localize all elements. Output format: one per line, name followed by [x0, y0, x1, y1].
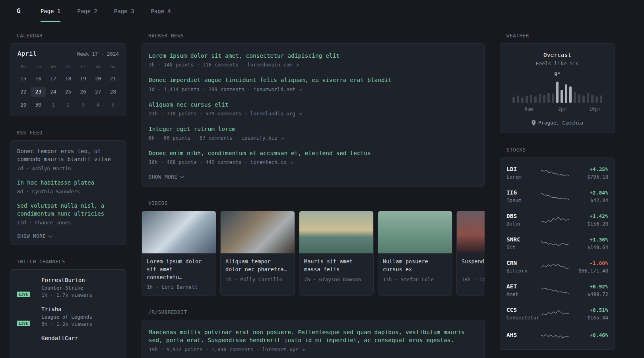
stock-sparkline	[541, 238, 570, 249]
chevron-down-icon	[180, 175, 184, 179]
video-thumbnail	[299, 211, 373, 253]
stock-name: Lorem	[506, 174, 537, 180]
calendar-weekday: Fr	[76, 63, 91, 71]
subreddit-post-title: Maecenas mollis pulvinar erat non posuer…	[149, 328, 477, 344]
weather-bar	[569, 86, 572, 103]
weather-bar	[565, 84, 567, 103]
hn-item[interactable]: Aliquam nec cursus elit 21h · 710 points…	[149, 101, 477, 117]
rss-item[interactable]: In hac habitasse platea 8d · Cynthia Sau…	[17, 179, 119, 195]
twitch-channel[interactable]: KendallCarr	[17, 335, 119, 353]
calendar-day[interactable]: 23	[31, 87, 46, 97]
video-card[interactable]: Lorem ipsum dolor sit amet consectetu… 1…	[142, 211, 216, 296]
twitch-card: LIVE ForrestBurton Counter-Strike 1h · 1…	[10, 269, 126, 358]
stock-price: $165.84	[574, 315, 608, 321]
stock-row[interactable]: LDI Lorem +4.35% $795.18	[506, 161, 608, 185]
stock-row[interactable]: CRN Bitcorn -1.00% $66,171.48	[506, 255, 608, 278]
weather-bar	[552, 93, 554, 103]
hn-item[interactable]: Donec enim nibh, condimentum et accumsan…	[149, 149, 477, 165]
rss-section-title: RSS FEED	[17, 130, 126, 136]
weather-section-title: WEATHER	[506, 33, 615, 39]
calendar-day[interactable]: 15	[16, 74, 31, 84]
stock-row[interactable]: DBS Dolor +1.42% $156.28	[506, 208, 608, 232]
calendar-card: April Week 17 · 2024 MoTuWeThFrSaSu15161…	[10, 43, 126, 116]
calendar-day[interactable]: 30	[31, 100, 46, 110]
video-thumbnail	[378, 211, 452, 253]
rss-item[interactable]: Sed volutpat nulla nisl, a condimentum n…	[17, 202, 119, 226]
stock-ticker: CRN	[506, 260, 537, 266]
avatar-wrap	[17, 335, 35, 353]
tab-page-4[interactable]: Page 4	[151, 0, 171, 22]
stock-row[interactable]: SNRC Sit +1.36% $148.64	[506, 232, 608, 255]
tab-page-3[interactable]: Page 3	[114, 0, 134, 22]
video-meta: 18h · Tara	[462, 276, 485, 282]
calendar-day[interactable]: 5	[105, 100, 120, 110]
stock-sparkline	[541, 261, 570, 272]
external-link-icon: ↗	[299, 87, 302, 92]
calendar-day[interactable]: 3	[76, 100, 91, 110]
video-card[interactable]: Mauris sit amet massa felis 7h · Grayson…	[299, 211, 374, 296]
video-card[interactable]: Nullam posuere cursus ex 17h · Stefan Co…	[378, 211, 452, 296]
calendar-day[interactable]: 24	[46, 87, 61, 97]
hn-item[interactable]: Lorem ipsum dolor sit amet, consectetur …	[149, 52, 477, 68]
calendar-day[interactable]: 20	[91, 74, 106, 84]
calendar-day[interactable]: 27	[91, 87, 106, 97]
tab-page-1[interactable]: Page 1	[41, 0, 61, 22]
calendar-day[interactable]: 16	[31, 74, 46, 84]
top-nav: G Page 1 Page 2 Page 3 Page 4	[0, 0, 644, 22]
stock-row[interactable]: CCS Consectetur +0.51% $165.84	[506, 302, 608, 325]
hn-show-more-label: SHOW MORE	[149, 174, 177, 180]
rss-item[interactable]: Donec tempor eros leo, ut commodo mauris…	[17, 147, 119, 171]
subreddit-post[interactable]: Maecenas mollis pulvinar erat non posuer…	[149, 328, 477, 352]
video-card[interactable]: Aliquam tempor dolor nec pharetra… 1h · …	[220, 211, 295, 296]
stock-row[interactable]: IIG Ipsum +2.84% $42.04	[506, 185, 608, 208]
external-link-icon: ↗	[290, 160, 293, 165]
calendar-weekday: Su	[105, 63, 120, 71]
calendar-day[interactable]: 18	[61, 74, 76, 84]
calendar-day[interactable]: 25	[61, 87, 76, 97]
twitch-widget: TWITCH CHANNELS LIVE ForrestBurton Count…	[10, 259, 126, 358]
chevron-down-icon	[48, 234, 52, 238]
stock-price: $156.28	[574, 221, 608, 227]
calendar-grid: MoTuWeThFrSaSu15161718192021222324252627…	[16, 63, 120, 110]
weather-bar	[547, 93, 550, 103]
external-link-icon: ↗	[296, 62, 299, 68]
weather-bar	[556, 82, 559, 103]
stock-price: $148.64	[574, 244, 608, 250]
stock-change: +1.36%	[574, 237, 608, 243]
weather-bar	[543, 95, 545, 103]
weather-bar	[539, 94, 541, 103]
calendar-day[interactable]: 29	[16, 100, 31, 110]
calendar-day[interactable]: 22	[16, 87, 31, 97]
weather-bar	[521, 97, 524, 103]
subreddit-widget: /R/SUBREDDIT Maecenas mollis pulvinar er…	[142, 309, 485, 358]
calendar-day[interactable]: 1	[46, 100, 61, 110]
hn-item-meta: 3h · 148 points · 116 comments · loremdo…	[149, 62, 477, 68]
calendar-day[interactable]: 4	[91, 100, 106, 110]
calendar-day[interactable]: 2	[61, 100, 76, 110]
calendar-day[interactable]: 21	[105, 74, 120, 84]
weather-axis-label: 2pm	[558, 106, 566, 112]
weather-bar	[526, 96, 528, 103]
app-logo[interactable]: G	[17, 0, 21, 22]
weather-bar	[582, 95, 585, 103]
video-card[interactable]: Suspendisse diam 18h · Tara	[456, 211, 485, 296]
rss-show-more-button[interactable]: SHOW MORE	[17, 233, 51, 239]
rss-item-title: In hac habitasse platea	[17, 179, 119, 187]
hn-show-more-button[interactable]: SHOW MORE	[149, 174, 183, 180]
hackernews-card: Lorem ipsum dolor sit amet, consectetur …	[142, 43, 485, 187]
stock-row[interactable]: AHS +0.46%	[506, 325, 608, 346]
hn-item[interactable]: Donec imperdiet augue tincidunt felis al…	[149, 76, 477, 92]
calendar-day[interactable]: 19	[76, 74, 91, 84]
twitch-channel[interactable]: LIVE ForrestBurton Counter-Strike 1h · 1…	[17, 277, 119, 298]
stock-row[interactable]: AET Amet +0.92% $499.72	[506, 278, 608, 302]
weather-bar	[600, 95, 602, 103]
hn-item-meta: 21h · 710 points · 579 comments · loreml…	[149, 111, 477, 117]
calendar-day[interactable]: 28	[105, 87, 120, 97]
twitch-channel[interactable]: LIVE Trisha League of Legends 3h · 1.2k …	[17, 306, 119, 327]
calendar-month: April	[17, 50, 37, 57]
hn-item[interactable]: Integer eget rutrum lorem 6h · 60 points…	[149, 125, 477, 141]
calendar-day[interactable]: 26	[76, 87, 91, 97]
calendar-day[interactable]: 17	[46, 74, 61, 84]
weather-axis-label: 6am	[525, 106, 533, 112]
tab-page-2[interactable]: Page 2	[77, 0, 97, 22]
